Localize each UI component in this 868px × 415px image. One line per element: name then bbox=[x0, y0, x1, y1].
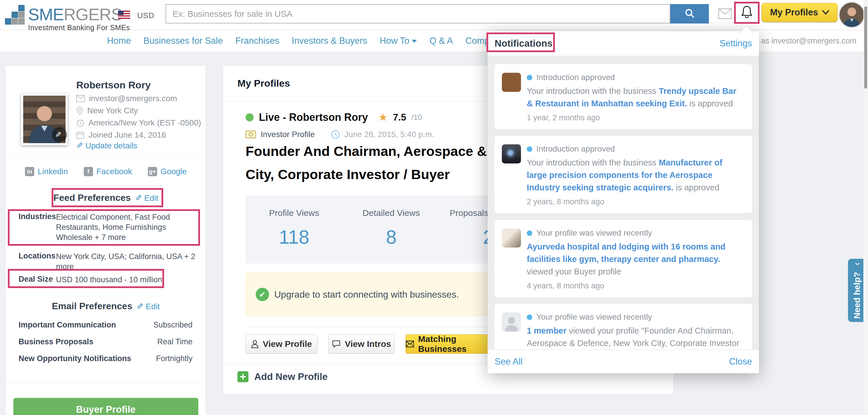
notifications-panel-header: Notifications Settings bbox=[488, 31, 759, 56]
profile-photo bbox=[21, 94, 67, 145]
feed-preferences-edit-link[interactable]: Edit bbox=[135, 194, 158, 202]
view-intros-button[interactable]: View Intros bbox=[329, 334, 395, 354]
business-link[interactable]: Ayurveda hospital and lodging with 16 ro… bbox=[527, 242, 725, 264]
notification-item[interactable]: Your profile was viewed recently 1 membe… bbox=[494, 304, 753, 350]
search-button[interactable] bbox=[670, 4, 709, 24]
user-location: New York City bbox=[87, 106, 138, 115]
logo-stairs-icon bbox=[5, 5, 25, 25]
pencil-icon bbox=[55, 130, 64, 139]
bar-restaurant-photo bbox=[502, 73, 521, 92]
smergers-logo[interactable]: SMERGERS® Investment Banking For SMEs bbox=[5, 4, 130, 32]
email-icon bbox=[76, 95, 85, 102]
profile-date: June 28, 2015, 5:40 p.m. bbox=[344, 130, 434, 139]
unread-dot-icon bbox=[527, 314, 532, 320]
nav-comp[interactable]: Comp bbox=[465, 36, 489, 46]
google-link[interactable]: g+Google bbox=[148, 167, 187, 176]
notification-status: Introduction approved bbox=[536, 144, 615, 154]
nav-investors-buyers[interactable]: Investors & Buyers bbox=[292, 36, 367, 46]
social-links: inLinkedin fFacebook g+Google bbox=[5, 158, 206, 186]
update-details-link[interactable]: Update details bbox=[76, 141, 137, 151]
stat-detailed-views: Detailed Views 8 bbox=[343, 195, 440, 263]
need-help-tab[interactable]: Need help?‹ bbox=[848, 259, 865, 322]
profile-status-row: Live - Robertson Rory ★ 7.5 /10 bbox=[246, 111, 422, 124]
notifications-panel: Notifications Settings Introduction appr… bbox=[488, 31, 759, 373]
email-row: investor@smergers.com bbox=[76, 94, 177, 103]
calendar-icon bbox=[76, 131, 84, 139]
messages-icon[interactable] bbox=[718, 8, 732, 20]
email-preferences-edit-link[interactable]: Edit bbox=[136, 302, 160, 311]
nav-franchises[interactable]: Franchises bbox=[236, 36, 279, 46]
facebook-link[interactable]: fFacebook bbox=[84, 167, 132, 176]
location-row: New York City bbox=[76, 106, 138, 115]
unread-dot-icon bbox=[527, 75, 532, 80]
user-name: Robertson Rory bbox=[76, 79, 151, 91]
search-input[interactable] bbox=[165, 4, 670, 24]
pref-row: Business Proposals Real Time bbox=[19, 337, 192, 346]
profile-type-label: Investor Profile bbox=[260, 130, 315, 139]
notifications-bell-button[interactable] bbox=[735, 2, 759, 23]
facebook-icon: f bbox=[84, 167, 93, 176]
notification-status: Your profile was viewed recently bbox=[536, 228, 652, 237]
nav-qa[interactable]: Q & A bbox=[429, 36, 453, 46]
upgrade-message: Upgrade to start connecting with busines… bbox=[274, 289, 459, 300]
notifications-panel-footer: See All Close bbox=[488, 350, 759, 373]
locations-row: Locations New York City, USA; California… bbox=[19, 252, 198, 272]
notification-time: 2 years, 8 months ago bbox=[527, 197, 744, 206]
divider bbox=[5, 296, 206, 296]
chevron-icon: ‹ bbox=[851, 262, 862, 265]
notification-item[interactable]: Introduction approved Your introduction … bbox=[494, 135, 753, 214]
add-new-profile-button[interactable]: Add New Profile bbox=[238, 371, 328, 382]
linkedin-link[interactable]: inLinkedin bbox=[25, 167, 68, 176]
pref-row: New Opportunity Notifications Fortnightl… bbox=[19, 354, 192, 363]
chat-bubble-icon bbox=[332, 340, 341, 348]
view-profile-button[interactable]: View Profile bbox=[246, 334, 317, 354]
main-nav: Home Businesses for Sale Franchises Inve… bbox=[107, 30, 489, 52]
deal-size-row: Deal Size USD 100 thousand - 10 million bbox=[19, 275, 198, 285]
rating-scale: /10 bbox=[411, 113, 422, 122]
my-profiles-button[interactable]: My Profiles bbox=[762, 3, 838, 22]
search-icon bbox=[684, 8, 695, 20]
notification-status: Introduction approved bbox=[536, 73, 615, 82]
person-icon bbox=[251, 340, 258, 348]
notification-item[interactable]: Your profile was viewed recently Ayurved… bbox=[494, 219, 753, 298]
bell-icon bbox=[740, 5, 753, 20]
notification-item[interactable]: Introduction approved Your introduction … bbox=[494, 64, 753, 130]
scrollbar-thumb[interactable] bbox=[864, 6, 867, 89]
member-link[interactable]: 1 member bbox=[527, 326, 566, 335]
unread-dot-icon bbox=[527, 230, 532, 236]
stat-profile-views: Profile Views 118 bbox=[246, 195, 343, 263]
plus-icon bbox=[238, 371, 248, 382]
profile-rating: 7.5 bbox=[393, 112, 406, 123]
buyer-profile-button[interactable]: Buyer Profile bbox=[13, 398, 198, 415]
brand-blue-part: SME bbox=[28, 5, 64, 24]
us-flag-icon[interactable] bbox=[118, 11, 130, 19]
hospital-photo bbox=[502, 228, 521, 248]
nav-home[interactable]: Home bbox=[107, 36, 131, 46]
close-link[interactable]: Close bbox=[729, 356, 752, 367]
profile-meta-row: Investor Profile June 28, 2015, 5:40 p.m… bbox=[246, 130, 434, 139]
brand-gray-part: RGERS bbox=[64, 5, 122, 24]
member-avatar-placeholder bbox=[502, 312, 521, 331]
my-profiles-label: My Profiles bbox=[770, 7, 818, 18]
feed-preferences-header: Feed Preferences Edit bbox=[5, 192, 206, 203]
chevron-down-icon bbox=[412, 40, 417, 43]
see-all-link[interactable]: See All bbox=[495, 356, 523, 367]
star-icon: ★ bbox=[378, 111, 388, 124]
chevron-down-icon bbox=[822, 10, 829, 15]
user-joined: Joined June 14, 2016 bbox=[88, 130, 166, 140]
user-avatar[interactable] bbox=[838, 1, 865, 28]
email-preferences-header: Email Preferences Edit bbox=[5, 301, 206, 312]
timezone-row: America/New York (EST -0500) bbox=[76, 118, 201, 128]
live-status-icon bbox=[246, 113, 254, 121]
user-timezone: America/New York (EST -0500) bbox=[88, 118, 201, 128]
notification-time: 1 year, 2 months ago bbox=[527, 113, 744, 122]
check-badge-icon: ✔ bbox=[256, 288, 269, 301]
timezone-icon bbox=[76, 119, 84, 127]
currency-selector[interactable]: USD bbox=[137, 11, 154, 20]
nav-businesses-for-sale[interactable]: Businesses for Sale bbox=[144, 36, 223, 46]
linkedin-icon: in bbox=[25, 167, 34, 176]
industries-row: Industries Electrical Component, Fast Fo… bbox=[19, 212, 198, 243]
nav-how-to[interactable]: How To bbox=[379, 36, 417, 46]
edit-photo-button[interactable] bbox=[52, 127, 67, 142]
notifications-settings-link[interactable]: Settings bbox=[719, 38, 752, 49]
